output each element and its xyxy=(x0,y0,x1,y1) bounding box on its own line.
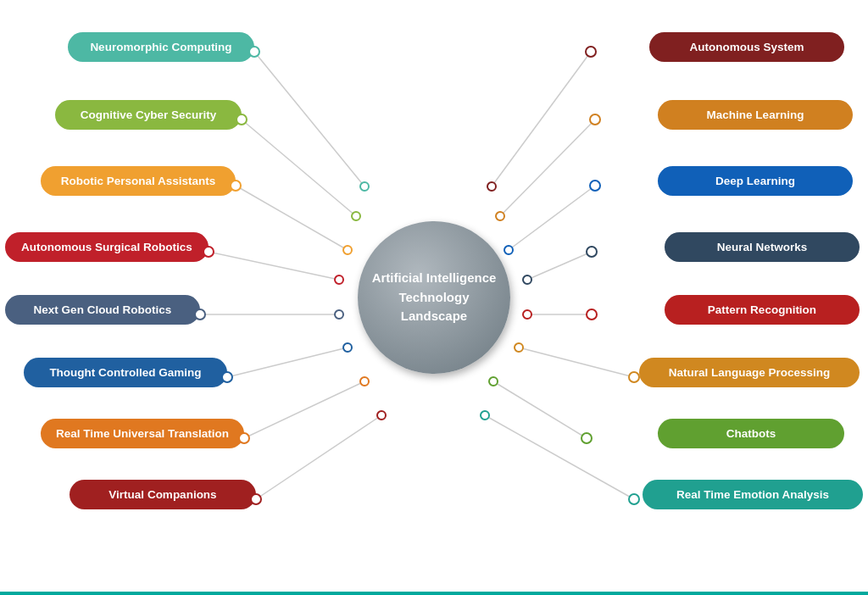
dot-chatbots xyxy=(581,432,593,444)
dot-autonomous-sr xyxy=(203,246,214,258)
ai-landscape-diagram: Neuromorphic Computing Cognitive Cyber S… xyxy=(0,0,868,595)
dot-deep xyxy=(589,180,601,192)
node-realtime-ea: Real Time Emotion Analysis xyxy=(643,480,863,509)
dot-pattern xyxy=(586,309,598,320)
dot-cognitive xyxy=(236,114,248,125)
svg-line-10 xyxy=(509,186,595,250)
node-virtual: Virtual Companions xyxy=(70,480,256,509)
node-robotic-pa: Robotic Personal Assistants xyxy=(41,166,236,196)
svg-line-3 xyxy=(209,252,339,280)
node-pattern: Pattern Recognition xyxy=(665,295,860,325)
svg-line-11 xyxy=(527,252,592,280)
node-deep: Deep Learning xyxy=(658,166,853,196)
svg-line-1 xyxy=(242,120,356,216)
svg-line-6 xyxy=(244,381,364,438)
node-autonomous-sys: Autonomous System xyxy=(649,32,844,62)
node-autonomous-sr: Autonomous Surgical Robotics xyxy=(5,232,209,262)
node-machine: Machine Learning xyxy=(658,100,853,130)
dot-realtime-ut xyxy=(238,432,250,444)
node-neural: Neural Networks xyxy=(665,232,860,262)
svg-line-13 xyxy=(519,348,634,377)
node-nextgen: Next Gen Cloud Robotics xyxy=(5,295,200,325)
dot-machine xyxy=(589,114,601,125)
node-nlp: Natural Language Processing xyxy=(639,358,860,387)
dot-virtual xyxy=(250,493,262,505)
dot-autonomous-sys xyxy=(585,46,597,58)
center-circle: Artificial Intelligence Technology Lands… xyxy=(358,221,510,374)
dot-neural xyxy=(586,246,598,258)
svg-line-7 xyxy=(256,415,381,499)
svg-line-14 xyxy=(493,381,587,438)
node-realtime-ut: Real Time Universal Translation xyxy=(41,419,244,448)
svg-line-2 xyxy=(236,186,348,250)
dot-realtime-ea xyxy=(628,493,640,505)
dot-nextgen xyxy=(194,309,206,320)
node-neuromorphic: Neuromorphic Computing xyxy=(68,32,254,62)
node-cognitive: Cognitive Cyber Security xyxy=(55,100,242,130)
svg-line-8 xyxy=(492,52,591,186)
node-thought: Thought Controlled Gaming xyxy=(24,358,227,387)
svg-line-9 xyxy=(500,120,595,216)
dot-neuromorphic xyxy=(248,46,260,58)
svg-line-5 xyxy=(227,348,348,377)
dot-nlp xyxy=(628,371,640,383)
dot-robotic-pa xyxy=(230,180,242,192)
svg-line-0 xyxy=(254,52,364,186)
svg-line-15 xyxy=(485,415,634,499)
dot-thought xyxy=(221,371,233,383)
node-chatbots: Chatbots xyxy=(658,419,844,448)
